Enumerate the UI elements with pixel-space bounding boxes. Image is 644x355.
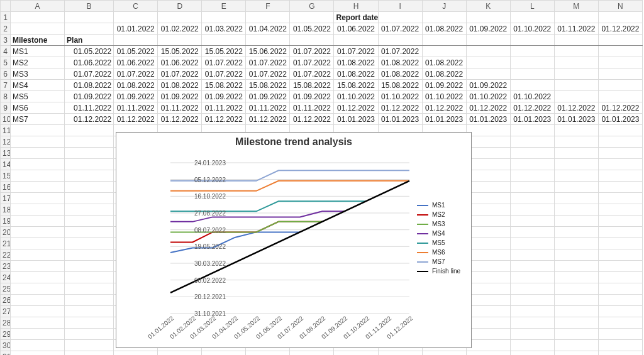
col-header-M[interactable]: M xyxy=(554,1,598,12)
milestone-plan[interactable]: 01.09.2022 xyxy=(65,91,114,102)
cell[interactable] xyxy=(554,261,598,272)
cell[interactable] xyxy=(510,306,554,317)
milestone-value[interactable]: 01.07.2022 xyxy=(158,68,202,80)
cell[interactable] xyxy=(598,283,642,295)
cell[interactable] xyxy=(65,125,114,136)
cell[interactable] xyxy=(11,351,65,356)
milestone-plan[interactable]: 01.11.2022 xyxy=(65,102,114,114)
cell[interactable] xyxy=(65,170,114,182)
milestone-value[interactable]: 01.12.2022 xyxy=(334,102,378,114)
milestone-value[interactable] xyxy=(554,91,598,102)
cell[interactable] xyxy=(466,227,510,238)
milestone-value[interactable]: 01.07.2022 xyxy=(202,68,246,80)
milestone-value[interactable]: 01.08.2022 xyxy=(422,57,466,68)
milestone-name[interactable]: MS6 xyxy=(11,102,65,114)
cell[interactable] xyxy=(510,216,554,227)
cell[interactable] xyxy=(598,159,642,170)
report-date-col[interactable]: 01.09.2022 xyxy=(466,23,510,35)
cell[interactable] xyxy=(554,12,598,23)
milestone-value[interactable]: 01.06.2022 xyxy=(114,57,158,68)
report-date-col[interactable]: 01.07.2022 xyxy=(378,23,422,35)
row-header-5[interactable]: 5 xyxy=(1,57,11,68)
row-header-10[interactable]: 10 xyxy=(1,114,11,125)
milestone-value[interactable]: 01.09.2022 xyxy=(290,91,334,102)
cell[interactable] xyxy=(554,216,598,227)
cell[interactable] xyxy=(65,249,114,261)
milestone-value[interactable]: 01.01.2023 xyxy=(422,114,466,125)
cell[interactable] xyxy=(114,351,158,356)
cell[interactable] xyxy=(598,340,642,351)
cell[interactable] xyxy=(510,340,554,351)
milestone-value[interactable]: 15.08.2022 xyxy=(334,80,378,91)
cell[interactable] xyxy=(466,12,510,23)
milestone-value[interactable] xyxy=(510,68,554,80)
row-header-7[interactable]: 7 xyxy=(1,80,11,91)
row-header-15[interactable]: 15 xyxy=(1,170,11,182)
cell[interactable] xyxy=(510,272,554,283)
milestone-value[interactable]: 01.07.2022 xyxy=(290,46,334,57)
header-plan[interactable]: Plan xyxy=(65,35,114,46)
row-header-11[interactable]: 11 xyxy=(1,125,11,136)
report-date-col[interactable]: 01.10.2022 xyxy=(510,23,554,35)
cell[interactable] xyxy=(11,170,65,182)
cell[interactable] xyxy=(554,317,598,329)
cell[interactable] xyxy=(246,35,290,46)
milestone-value[interactable]: 01.07.2022 xyxy=(246,57,290,68)
milestone-value[interactable]: 01.12.2022 xyxy=(246,114,290,125)
cell[interactable] xyxy=(510,317,554,329)
cell[interactable] xyxy=(334,351,378,356)
cell[interactable] xyxy=(246,12,290,23)
cell[interactable] xyxy=(598,261,642,272)
cell[interactable] xyxy=(598,329,642,340)
col-header-I[interactable]: I xyxy=(378,1,422,12)
cell[interactable] xyxy=(11,136,65,148)
milestone-value[interactable]: 01.10.2022 xyxy=(378,91,422,102)
row-header-19[interactable]: 19 xyxy=(1,216,11,227)
cell[interactable] xyxy=(65,12,114,23)
milestone-value[interactable]: 01.08.2022 xyxy=(158,80,202,91)
cell[interactable] xyxy=(158,35,202,46)
milestone-value[interactable]: 01.01.2023 xyxy=(466,114,510,125)
milestone-value[interactable] xyxy=(554,68,598,80)
cell[interactable] xyxy=(65,351,114,356)
cell[interactable] xyxy=(11,12,65,23)
milestone-value[interactable]: 01.12.2022 xyxy=(598,102,642,114)
cell[interactable] xyxy=(466,295,510,306)
cell[interactable] xyxy=(422,351,466,356)
cell[interactable] xyxy=(114,35,158,46)
milestone-name[interactable]: MS5 xyxy=(11,91,65,102)
milestone-value[interactable] xyxy=(510,46,554,57)
cell[interactable] xyxy=(11,148,65,159)
milestone-value[interactable]: 15.08.2022 xyxy=(378,80,422,91)
cell[interactable] xyxy=(65,272,114,283)
col-header-A[interactable]: A xyxy=(11,1,65,12)
cell[interactable] xyxy=(510,261,554,272)
milestone-plan[interactable]: 01.08.2022 xyxy=(65,80,114,91)
cell[interactable] xyxy=(466,261,510,272)
cell[interactable] xyxy=(510,249,554,261)
milestone-value[interactable]: 15.06.2022 xyxy=(246,46,290,57)
row-header-20[interactable]: 20 xyxy=(1,227,11,238)
select-all-corner[interactable] xyxy=(1,1,11,12)
cell[interactable] xyxy=(466,340,510,351)
cell[interactable] xyxy=(510,351,554,356)
milestone-value[interactable]: 15.08.2022 xyxy=(246,80,290,91)
cell[interactable] xyxy=(466,170,510,182)
cell[interactable] xyxy=(11,329,65,340)
cell[interactable] xyxy=(466,272,510,283)
col-header-D[interactable]: D xyxy=(158,1,202,12)
row-header-28[interactable]: 28 xyxy=(1,317,11,329)
milestone-value[interactable]: 15.05.2022 xyxy=(202,46,246,57)
cell[interactable] xyxy=(598,216,642,227)
cell[interactable] xyxy=(65,261,114,272)
cell[interactable] xyxy=(11,249,65,261)
cell[interactable] xyxy=(11,283,65,295)
cell[interactable] xyxy=(598,238,642,249)
cell[interactable] xyxy=(510,295,554,306)
milestone-value[interactable]: 15.08.2022 xyxy=(290,80,334,91)
cell[interactable] xyxy=(466,193,510,204)
milestone-value[interactable]: 01.11.2022 xyxy=(202,102,246,114)
milestone-value[interactable]: 01.12.2022 xyxy=(510,102,554,114)
row-header-23[interactable]: 23 xyxy=(1,261,11,272)
cell[interactable] xyxy=(466,182,510,193)
